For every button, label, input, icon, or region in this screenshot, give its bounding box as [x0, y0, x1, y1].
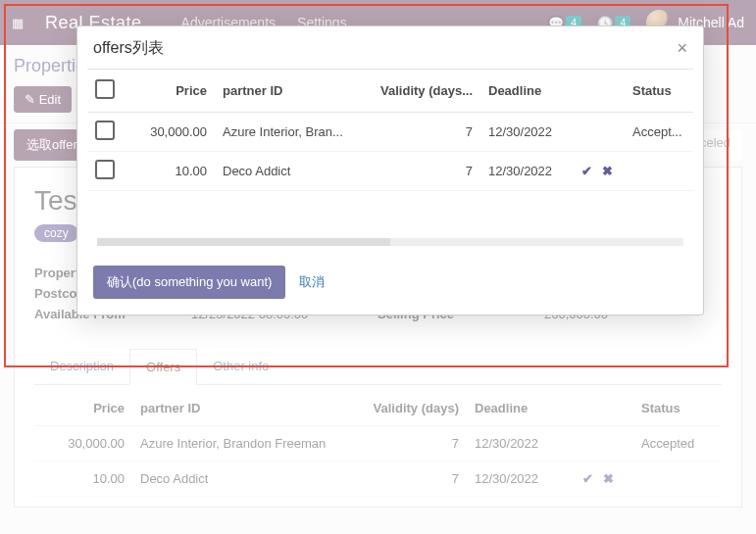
select-all-checkbox[interactable]: [95, 79, 115, 99]
cell-validity: 7: [363, 152, 480, 191]
cell-price: 30,000.00: [126, 113, 215, 152]
row-checkbox[interactable]: [95, 121, 115, 140]
modal-title: offers列表: [93, 38, 164, 59]
cancel-link[interactable]: 取消: [299, 273, 325, 291]
offers-modal: offers列表 × Price partner ID Validity (da…: [76, 25, 704, 316]
cell-partner: Azure Interior, Bran...: [215, 113, 363, 152]
horizontal-scrollbar[interactable]: [97, 238, 683, 246]
mcol-deadline[interactable]: Deadline: [480, 70, 574, 113]
mcol-partner[interactable]: partner ID: [215, 70, 363, 113]
modal-offers-table: Price partner ID Validity (days... Deadl…: [87, 69, 693, 191]
mcol-validity[interactable]: Validity (days...: [363, 70, 480, 113]
cell-deadline: 12/30/2022: [480, 113, 574, 152]
cell-status: [625, 152, 693, 191]
cell-status: Accept...: [625, 113, 693, 152]
cell-partner: Deco Addict: [215, 152, 363, 191]
cell-validity: 7: [363, 113, 480, 152]
accept-icon[interactable]: ✔: [581, 164, 592, 178]
table-row[interactable]: 30,000.00Azure Interior, Bran...712/30/2…: [87, 113, 693, 152]
mcol-price[interactable]: Price: [126, 70, 215, 113]
row-checkbox[interactable]: [95, 160, 115, 179]
cell-actions: [574, 113, 625, 152]
close-icon[interactable]: ×: [677, 38, 687, 59]
cell-actions: ✔✖: [574, 152, 625, 191]
table-row[interactable]: 10.00Deco Addict712/30/2022✔✖: [87, 152, 693, 191]
mcol-status[interactable]: Status: [625, 70, 693, 113]
cell-price: 10.00: [126, 152, 215, 191]
cell-deadline: 12/30/2022: [480, 152, 574, 191]
confirm-button[interactable]: 确认(do something you want): [93, 266, 285, 299]
reject-icon[interactable]: ✖: [602, 164, 613, 178]
